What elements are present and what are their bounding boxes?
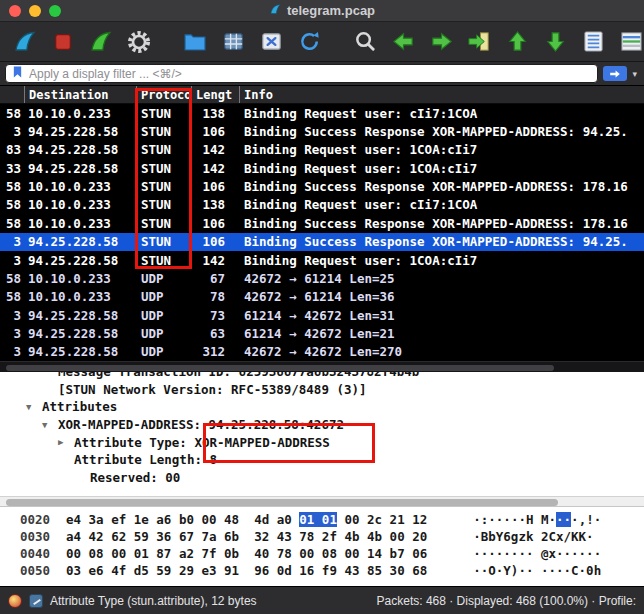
scrollbar-thumb[interactable]	[6, 365, 554, 371]
packet-cell-src: 3	[0, 253, 24, 268]
column-source-partial[interactable]	[0, 86, 24, 103]
packet-cell-dest: 10.10.0.233	[24, 179, 136, 194]
display-filter-field[interactable]	[5, 64, 598, 83]
packet-row[interactable]: 394.25.228.58STUN106Binding Success Resp…	[0, 233, 644, 251]
packet-row[interactable]: 394.25.228.58UDP6361214 → 42672 Len=21	[0, 324, 644, 342]
packet-cell-info: Binding Request user: cIi7:1COA	[239, 106, 644, 121]
packet-cell-info: 61214 → 42672 Len=31	[239, 308, 644, 323]
green-fin-icon	[88, 29, 114, 55]
packet-cell-src: 83	[0, 142, 24, 157]
scrollbar-thumb[interactable]	[6, 499, 558, 506]
filter-dropdown-caret[interactable]: ▾	[632, 69, 639, 79]
expanded-arrow-icon[interactable]: ▼	[26, 402, 42, 412]
arrow-left-icon	[391, 29, 416, 54]
hex-offset: 0040	[20, 546, 58, 561]
hex-row[interactable]: 0030a4 42 62 59 36 67 7a 6b 32 43 78 2f …	[0, 528, 644, 545]
packet-bytes-pane: 0020e4 3a ef 1e a6 b0 00 48 4d a0 01 01 …	[0, 507, 644, 586]
packet-cell-dest: 94.25.228.58	[24, 142, 136, 157]
column-length[interactable]: Lengt	[191, 86, 239, 103]
folder-icon	[182, 29, 208, 55]
packet-cell-dest: 94.25.228.58	[24, 344, 136, 359]
goto-packet-icon	[467, 29, 492, 54]
column-protocol[interactable]: Protoco	[136, 86, 191, 103]
packet-row[interactable]: 5810.10.0.233UDP6742672 → 61214 Len=25	[0, 269, 644, 287]
stop-capture-button[interactable]	[48, 27, 78, 57]
minimize-window-button[interactable]	[29, 5, 41, 17]
collapsed-arrow-icon[interactable]: ▶	[58, 437, 74, 447]
packet-row[interactable]: 394.25.228.58UDP31242672 → 42672 Len=270	[0, 343, 644, 361]
ascii-run: ·,!·	[571, 512, 601, 527]
status-bar: Attribute Type (stun.attribute), 12 byte…	[0, 586, 644, 614]
hex-row[interactable]: 0020e4 3a ef 1e a6 b0 00 48 4d a0 01 01 …	[0, 511, 644, 528]
go-last-packet-button[interactable]	[540, 27, 570, 57]
packet-cell-len: 73	[191, 308, 239, 323]
packet-row[interactable]: 5810.10.0.233STUN106Binding Success Resp…	[0, 177, 644, 195]
go-forward-button[interactable]	[426, 27, 456, 57]
packet-cell-dest: 94.25.228.58	[24, 234, 136, 249]
packet-cell-proto: STUN	[136, 161, 191, 176]
column-destination[interactable]: Destination	[24, 86, 136, 103]
column-info[interactable]: Info	[239, 86, 644, 103]
list-lines-icon	[581, 29, 606, 54]
expanded-arrow-icon[interactable]: ▼	[42, 420, 58, 430]
capture-options-button[interactable]	[124, 27, 154, 57]
packet-row[interactable]: 8394.25.228.58STUN142Binding Request use…	[0, 141, 644, 159]
packet-cell-proto: STUN	[136, 106, 191, 121]
hex-bytes: 00 08 00 01 87 a2 7f 0b 40 78 00 08 00 1…	[66, 546, 427, 561]
zoom-window-button[interactable]	[49, 5, 61, 17]
packet-cell-src: 33	[0, 161, 24, 176]
packet-cell-info: 42672 → 61214 Len=36	[239, 289, 644, 304]
close-file-button[interactable]	[256, 27, 286, 57]
close-window-button[interactable]	[9, 5, 21, 17]
packet-row[interactable]: 394.25.228.58UDP7361214 → 42672 Len=31	[0, 306, 644, 324]
detail-line[interactable]: [STUN Network Version: RFC-5389/8489 (3)…	[0, 381, 644, 399]
find-packet-button[interactable]	[350, 27, 380, 57]
detail-line[interactable]: Attribute Length: 8	[0, 451, 644, 469]
open-file-button[interactable]	[180, 27, 210, 57]
restart-capture-button[interactable]	[86, 27, 116, 57]
packet-list-hscrollbar[interactable]	[0, 361, 644, 372]
save-file-button[interactable]	[218, 27, 248, 57]
hex-row[interactable]: 004000 08 00 01 87 a2 7f 0b 40 78 00 08 …	[0, 545, 644, 562]
detail-text: Reserved: 00	[90, 470, 180, 485]
display-filter-input[interactable]	[29, 67, 591, 81]
detail-line[interactable]: ▶Attribute Type: XOR-MAPPED-ADDRESS	[0, 433, 644, 451]
packet-row[interactable]: 3394.25.228.58STUN142Binding Request use…	[0, 159, 644, 177]
packet-row[interactable]: 394.25.228.58STUN106Binding Success Resp…	[0, 122, 644, 140]
detail-line[interactable]: ▼XOR-MAPPED-ADDRESS: 94.25.228.58:42672	[0, 416, 644, 434]
packet-row[interactable]: 5810.10.0.233UDP7842672 → 61214 Len=36	[0, 288, 644, 306]
window-title: telegram.pcap	[287, 3, 375, 18]
packet-row[interactable]: 5810.10.0.233STUN138Binding Request user…	[0, 104, 644, 122]
packet-row[interactable]: 394.25.228.58STUN142Binding Request user…	[0, 251, 644, 269]
packet-cell-proto: STUN	[136, 216, 191, 231]
window-controls	[9, 5, 61, 17]
hex-row[interactable]: 005003 e6 4f d5 59 29 e3 91 96 0d 16 f9 …	[0, 562, 644, 579]
packet-row[interactable]: 5810.10.0.233STUN106Binding Success Resp…	[0, 214, 644, 232]
auto-scroll-button[interactable]	[616, 27, 644, 57]
packet-cell-src: 3	[0, 234, 24, 249]
go-first-packet-button[interactable]	[502, 27, 532, 57]
detail-line[interactable]: ▼Attributes	[0, 398, 644, 416]
bookmark-icon[interactable]	[12, 65, 23, 83]
detail-line[interactable]: Message Transaction ID: 625936677a6b3243…	[0, 372, 644, 381]
apply-filter-button[interactable]	[603, 66, 627, 81]
go-to-packet-button[interactable]	[464, 27, 494, 57]
hex-offset: 0020	[20, 512, 58, 527]
packet-cell-dest: 10.10.0.233	[24, 289, 136, 304]
hex-offset: 0050	[20, 563, 58, 578]
colorize-list-button[interactable]	[578, 27, 608, 57]
packet-cell-len: 142	[191, 253, 239, 268]
capture-comment-icon[interactable]	[29, 594, 43, 608]
go-back-button[interactable]	[388, 27, 418, 57]
details-hscrollbar[interactable]	[0, 496, 644, 507]
packet-row[interactable]: 5810.10.0.233STUN138Binding Request user…	[0, 196, 644, 214]
hex-ascii: ··O·Y)·· ····C·0h	[473, 563, 601, 578]
packet-cell-proto: STUN	[136, 124, 191, 139]
hex-bytes: e4 3a ef 1e a6 b0 00 48 4d a0 01 01 00 2…	[66, 512, 427, 527]
apply-arrow-icon	[609, 69, 621, 79]
expert-info-icon[interactable]	[8, 594, 22, 608]
packet-cell-dest: 94.25.228.58	[24, 308, 136, 323]
reload-file-button[interactable]	[294, 27, 324, 57]
start-capture-button[interactable]	[10, 27, 40, 57]
detail-line[interactable]: Reserved: 00	[0, 469, 644, 487]
